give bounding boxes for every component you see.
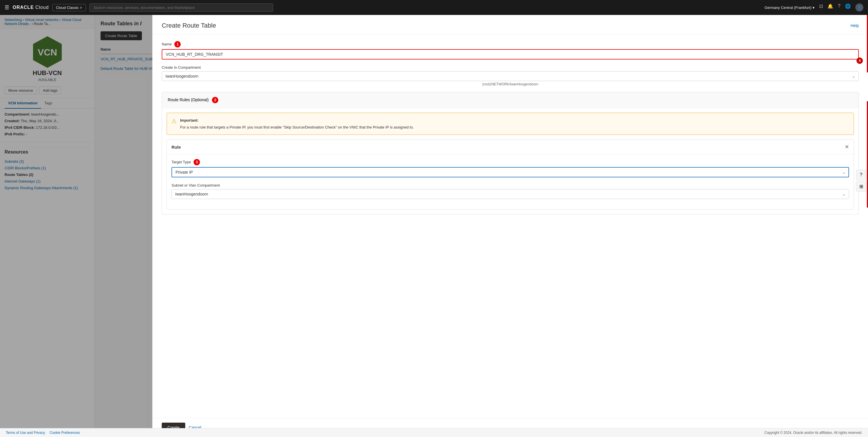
subnet-compartment-group: Subnet or Vlan Compartment IwanHoogendoo… [172,183,849,199]
compartment-select[interactable]: IwanHoogendoorn [162,71,859,81]
subnet-compartment-select[interactable]: IwanHoogendoorn [172,189,849,199]
important-body: For a route rule that targets a Private … [180,125,414,129]
help-panel-button[interactable]: ? [856,170,866,180]
name-form-group: Name 1 [162,41,859,59]
route-rules-section: Route Rules (Optional) 2 ⚠ Important: Fo… [162,92,859,214]
name-input[interactable] [162,49,859,59]
region-selector[interactable]: Germany Central (Frankfurt) ▾ [765,5,814,10]
search-input[interactable] [89,3,273,12]
chevron-down-icon: ▾ [812,5,814,10]
subnet-compartment-select-wrapper: IwanHoogendoorn [172,189,849,199]
terms-link[interactable]: Terms of Use and Privacy [6,431,45,435]
globe-icon[interactable]: 🌐 [845,3,851,11]
compartment-select-wrapper: IwanHoogendoorn [162,71,859,81]
nav-icons: ⊡ 🔔 ? 🌐 👤 [819,3,863,11]
bell-icon[interactable]: 🔔 [828,3,833,11]
step-badge-1: 1 [174,41,181,48]
compartment-label: Create In Compartment [162,65,859,69]
hamburger-menu-icon[interactable]: ☰ [5,4,9,11]
rule-card-header: Rule ✕ [167,140,854,154]
target-type-group: Target Type 3 Private IP [172,159,849,177]
route-rules-header: Route Rules (Optional) 2 [162,92,859,108]
rule-card-body: Target Type 3 Private IP Subnet or Vlan … [167,154,854,209]
step-badge-2: 2 [212,97,218,103]
step-badge-3: 3 [194,159,200,165]
compartment-path: (root)/NETWORK/IwanHoogendoorn [162,82,859,86]
console-icon[interactable]: ⊡ [819,3,823,11]
warning-icon: ⚠ [172,118,177,130]
step-badge-4: 4 [857,58,863,64]
help-link[interactable]: Help [850,23,859,28]
target-type-select[interactable]: Private IP [172,167,849,177]
scroll-marker-4 [867,15,868,72]
cloud-classic-button[interactable]: Cloud Classic > [52,4,86,11]
region-label: Germany Central (Frankfurt) [765,5,811,10]
oracle-logo: ORACLE Cloud [13,5,49,10]
create-route-table-panel: 4 Create Route Table Help Name 1 Create … [152,15,868,437]
name-label: Name 1 [162,41,859,48]
panel-header: Create Route Table Help [153,15,868,34]
important-text: Important: For a route rule that targets… [180,118,414,130]
route-rules-title: Route Rules (Optional) [168,97,209,102]
bottom-bar: Terms of Use and Privacy Cookie Preferen… [0,428,868,437]
rule-card: Rule ✕ Target Type 3 Private IP [166,140,854,210]
nav-right: Germany Central (Frankfurt) ▾ ⊡ 🔔 ? 🌐 👤 [765,3,863,11]
bottom-links: Terms of Use and Privacy Cookie Preferen… [6,431,80,435]
important-box: ⚠ Important: For a route rule that targe… [166,113,854,135]
avatar[interactable]: 👤 [855,3,863,11]
cookies-link[interactable]: Cookie Preferences [50,431,80,435]
compartment-form-group: Create In Compartment IwanHoogendoorn (r… [162,65,859,86]
help-icon[interactable]: ? [838,3,840,11]
scroll-marker-2 [867,101,868,208]
top-navigation: ☰ ORACLE Cloud Cloud Classic > Germany C… [0,0,868,15]
subnet-compartment-label: Subnet or Vlan Compartment [172,183,849,187]
close-rule-button[interactable]: ✕ [845,144,849,150]
target-type-select-wrapper: Private IP [172,167,849,177]
rule-title: Rule [172,145,181,149]
help-icon-panel: ? ⊞ [856,170,866,192]
panel-body: Name 1 Create In Compartment IwanHoogend… [153,34,868,418]
copyright-text: Copyright © 2024, Oracle and/or its affi… [764,431,862,435]
grid-icon-button[interactable]: ⊞ [856,181,866,192]
important-title: Important: [180,118,414,123]
target-type-label: Target Type 3 [172,159,849,165]
panel-title: Create Route Table [162,22,216,29]
